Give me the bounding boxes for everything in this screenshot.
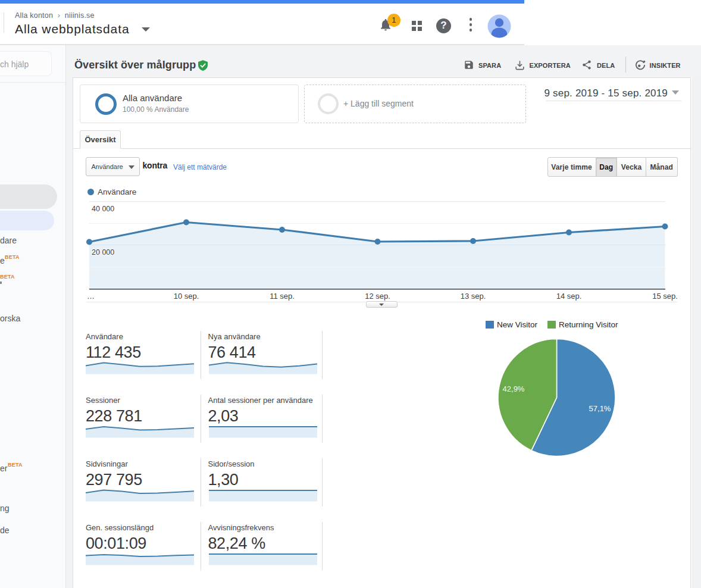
svg-text:42,9%: 42,9%	[503, 384, 525, 393]
svg-text:57,1%: 57,1%	[589, 404, 611, 413]
